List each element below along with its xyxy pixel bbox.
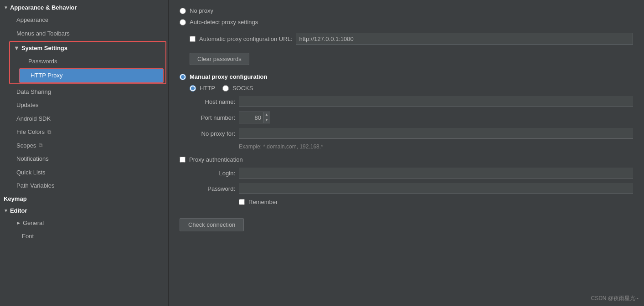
no-proxy-for-label: No proxy for:: [190, 130, 235, 137]
login-label: Login:: [190, 170, 235, 177]
auto-proxy-url-row: Automatic proxy configuration URL:: [190, 33, 633, 45]
proxy-auth-row: Proxy authentication: [180, 156, 633, 163]
path-variables-label: Path Variables: [16, 182, 55, 189]
remember-checkbox[interactable]: [239, 199, 245, 205]
main-content: No proxy Auto-detect proxy settings Auto…: [169, 0, 644, 306]
watermark-text: CSDN @夜雨星光~: [591, 295, 639, 302]
quick-lists-label: Quick Lists: [16, 169, 46, 176]
proxy-radio-group: No proxy Auto-detect proxy settings Auto…: [180, 7, 633, 205]
appearance-behavior-label: Appearance & Behavior: [10, 4, 77, 11]
sidebar-item-android-sdk[interactable]: Android SDK: [9, 112, 168, 126]
auto-proxy-url-input[interactable]: [296, 33, 633, 45]
font-label: Font: [22, 233, 34, 240]
sidebar-item-editor[interactable]: ▼ Editor: [0, 205, 168, 216]
no-proxy-label: No proxy: [190, 7, 213, 14]
general-arrow-icon: ►: [16, 219, 21, 226]
password-row: Password:: [180, 183, 633, 194]
appearance-behavior-group: Appearance Menus and Toolbars ▼ System S…: [0, 13, 168, 193]
sidebar-item-notifications[interactable]: Notifications: [9, 152, 168, 166]
sidebar: ▼ Appearance & Behavior Appearance Menus…: [0, 0, 169, 306]
auto-detect-label: Auto-detect proxy settings: [190, 19, 258, 26]
example-text: Example: *.domain.com, 192.168.*: [180, 143, 633, 150]
login-input[interactable]: [239, 168, 633, 178]
appearance-label: Appearance: [16, 16, 48, 23]
auto-detect-radio[interactable]: [180, 19, 186, 26]
sidebar-item-font[interactable]: Font: [9, 230, 168, 243]
manual-proxy-radio[interactable]: [180, 74, 186, 80]
http-label: HTTP: [200, 85, 215, 92]
clear-passwords-button[interactable]: Clear passwords: [190, 53, 249, 65]
host-name-row: Host name:: [180, 96, 633, 107]
general-label: General: [23, 219, 44, 228]
no-proxy-radio[interactable]: [180, 8, 186, 14]
keymap-label: Keymap: [4, 195, 27, 202]
login-row: Login:: [180, 168, 633, 178]
clear-passwords-wrap: Clear passwords: [190, 49, 633, 69]
no-proxy-row: No proxy: [180, 7, 633, 14]
port-input[interactable]: [239, 113, 263, 122]
remember-row: Remember: [180, 199, 633, 205]
auth-section: Proxy authentication Login: Password: Re…: [180, 156, 633, 205]
socks-radio-row: SOCKS: [222, 85, 253, 92]
sidebar-item-general[interactable]: ► General: [9, 216, 168, 230]
sidebar-item-scopes[interactable]: Scopes ⧉: [9, 139, 168, 153]
editor-label: Editor: [10, 207, 27, 214]
check-connection-button[interactable]: Check connection: [180, 218, 244, 231]
arrow-icon: ▼: [4, 5, 8, 10]
sidebar-item-appearance[interactable]: Appearance: [9, 13, 168, 27]
file-colors-label: File Colors: [16, 128, 45, 137]
sidebar-item-keymap[interactable]: Keymap: [0, 193, 168, 205]
sidebar-item-system-settings[interactable]: ▼ System Settings: [10, 42, 165, 55]
socks-label: SOCKS: [232, 85, 253, 92]
port-number-row: Port number: ▲ ▼: [180, 112, 633, 123]
host-name-label: Host name:: [190, 98, 235, 105]
passwords-label: Passwords: [28, 58, 57, 65]
port-number-label: Port number:: [190, 114, 235, 121]
manual-proxy-row: Manual proxy configuration: [180, 73, 633, 80]
sidebar-item-menus-toolbars[interactable]: Menus and Toolbars: [9, 27, 168, 41]
system-settings-children: Passwords HTTP Proxy: [10, 55, 165, 83]
manual-proxy-section: HTTP SOCKS Host name: Port number: ▲: [180, 85, 633, 205]
proxy-auth-label: Proxy authentication: [189, 156, 243, 163]
sidebar-item-updates[interactable]: Updates: [9, 98, 168, 112]
sidebar-item-data-sharing[interactable]: Data Sharing: [9, 85, 168, 99]
auto-proxy-checkbox[interactable]: [190, 36, 196, 42]
android-sdk-label: Android SDK: [16, 115, 51, 122]
no-proxy-for-row: No proxy for:: [180, 128, 633, 139]
file-colors-copy-icon: ⧉: [47, 128, 52, 136]
sidebar-item-http-proxy[interactable]: HTTP Proxy: [19, 68, 164, 83]
auto-detect-row: Auto-detect proxy settings: [180, 19, 633, 26]
remember-label: Remember: [248, 199, 278, 205]
http-proxy-label: HTTP Proxy: [31, 72, 63, 79]
host-name-input[interactable]: [239, 96, 633, 107]
editor-arrow-icon: ▼: [4, 208, 8, 213]
data-sharing-label: Data Sharing: [16, 88, 51, 95]
manual-proxy-label: Manual proxy configuration: [190, 73, 267, 80]
http-radio-row: HTTP: [190, 85, 215, 92]
proxy-type-row: HTTP SOCKS: [180, 85, 633, 92]
scopes-label: Scopes: [16, 141, 36, 150]
scopes-copy-icon: ⧉: [39, 141, 43, 149]
notifications-label: Notifications: [16, 155, 49, 162]
port-input-wrap: ▲ ▼: [239, 112, 270, 123]
editor-group: ► General Font: [0, 216, 168, 243]
sidebar-item-file-colors[interactable]: File Colors ⧉: [9, 125, 168, 139]
socks-radio[interactable]: [222, 85, 229, 92]
auto-proxy-config-group: Automatic proxy configuration URL: Clear…: [180, 30, 633, 69]
no-proxy-for-input[interactable]: [239, 128, 633, 139]
sidebar-item-path-variables[interactable]: Path Variables: [9, 179, 168, 193]
sidebar-item-appearance-behavior[interactable]: ▼ Appearance & Behavior: [0, 2, 168, 13]
http-radio[interactable]: [190, 85, 196, 92]
menus-toolbars-label: Menus and Toolbars: [16, 30, 70, 37]
system-settings-label: System Settings: [21, 44, 67, 53]
system-settings-arrow-icon: ▼: [14, 44, 20, 53]
port-up-button[interactable]: ▲: [263, 112, 270, 117]
auto-proxy-config-label: Automatic proxy configuration URL:: [199, 36, 292, 42]
proxy-auth-checkbox[interactable]: [180, 157, 185, 163]
port-spinner: ▲ ▼: [263, 112, 270, 123]
sidebar-item-passwords[interactable]: Passwords: [17, 55, 165, 68]
password-input[interactable]: [239, 183, 633, 194]
port-down-button[interactable]: ▼: [263, 117, 270, 123]
sidebar-item-quick-lists[interactable]: Quick Lists: [9, 166, 168, 179]
password-label: Password:: [190, 185, 235, 192]
